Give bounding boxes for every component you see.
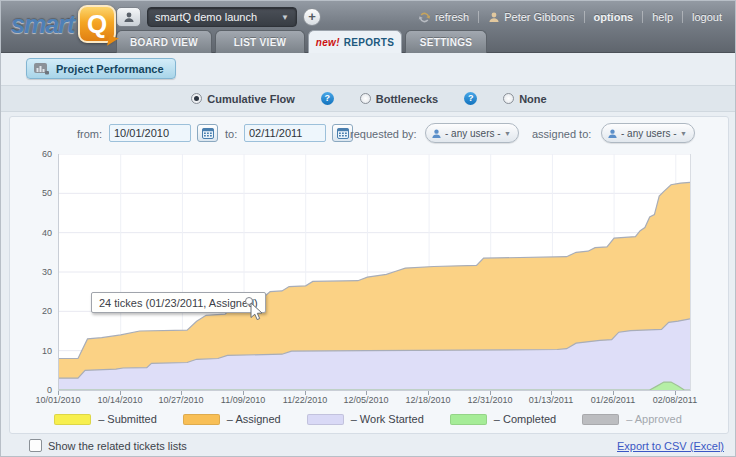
legend-item: – Approved <box>582 413 682 425</box>
chevron-down-icon: ▼ <box>281 13 289 22</box>
project-select[interactable]: smartQ demo launch ▼ <box>147 7 297 27</box>
project-switcher: smartQ demo launch ▼ + <box>116 7 321 27</box>
radio-selected-icon[interactable] <box>191 93 202 104</box>
user-links: refresh Peter Gibbons options help logou… <box>409 7 731 27</box>
calendar-icon <box>337 127 349 139</box>
mouse-cursor-icon <box>250 302 264 321</box>
new-badge: new! <box>316 37 340 48</box>
project-select-value: smartQ demo launch <box>155 11 281 23</box>
refresh-button[interactable]: refresh <box>409 11 478 24</box>
logo-text: smart <box>11 10 74 39</box>
tab-board-view[interactable]: BOARD VIEW <box>116 30 212 53</box>
help-icon-bottlenecks[interactable]: ? <box>464 92 477 105</box>
report-mode-band: Cumulative Flow ? Bottlenecks ? None <box>1 85 736 112</box>
add-project-button[interactable]: + <box>303 8 321 26</box>
legend-swatch <box>307 414 344 425</box>
x-axis-label: 01/26/2011 <box>583 395 643 405</box>
y-axis-label: 60 <box>8 149 52 159</box>
top-bar: smart Q smartQ demo launch ▼ + refresh P… <box>1 1 736 53</box>
x-axis-label: 11/09/2010 <box>213 395 273 405</box>
project-performance-button[interactable]: Project Performance <box>26 58 176 79</box>
help-icon-cumulative[interactable]: ? <box>321 92 334 105</box>
x-axis-label: 10/27/2010 <box>151 395 211 405</box>
assigned-to-value: - any users - <box>621 128 677 139</box>
export-csv-link[interactable]: Export to CSV (Excel) <box>617 440 724 452</box>
x-axis-label: 02/08/2011 <box>645 395 705 405</box>
legend-label: – Submitted <box>98 413 157 425</box>
from-calendar-button[interactable] <box>197 124 218 142</box>
smartq-app: smart Q smartQ demo launch ▼ + refresh P… <box>0 0 736 457</box>
radio-cumulative-flow[interactable]: Cumulative Flow <box>191 93 294 105</box>
tab-reports[interactable]: new! REPORTS <box>308 30 402 53</box>
legend-item: – Completed <box>450 413 556 425</box>
assigned-to-label: assigned to: <box>532 128 591 140</box>
tab-list-view[interactable]: LIST VIEW <box>215 30 305 53</box>
bar-chart-icon <box>34 62 50 75</box>
logout-link[interactable]: logout <box>682 11 731 23</box>
legend-label: – Assigned <box>227 413 281 425</box>
user-menu[interactable]: Peter Gibbons <box>478 11 583 23</box>
legend-item: – Work Started <box>307 413 424 425</box>
requested-by-value: - any users - <box>445 128 501 139</box>
options-link[interactable]: options <box>584 11 643 23</box>
y-axis-label: 40 <box>8 228 52 238</box>
x-axis-label: 12/31/2010 <box>460 395 520 405</box>
y-axis-label: 0 <box>8 385 52 395</box>
x-axis-label: 10/14/2010 <box>90 395 150 405</box>
x-axis-label: 12/18/2010 <box>398 395 458 405</box>
x-axis-label: 10/01/2010 <box>28 395 88 405</box>
person-icon <box>123 11 135 23</box>
to-date-input[interactable] <box>244 124 326 142</box>
help-link[interactable]: help <box>642 11 682 23</box>
legend-label: – Work Started <box>351 413 424 425</box>
legend-swatch <box>582 414 619 425</box>
users-icon <box>431 128 442 139</box>
project-avatar-button[interactable] <box>116 7 141 27</box>
legend-label: – Approved <box>626 413 682 425</box>
legend-swatch <box>54 414 91 425</box>
legend-item: – Assigned <box>183 413 281 425</box>
cumulative-flow-plot[interactable] <box>58 154 691 391</box>
tab-settings[interactable]: SETTINGS <box>405 30 487 53</box>
y-axis-label: 20 <box>8 306 52 316</box>
users-icon <box>607 128 618 139</box>
assigned-to-dropdown[interactable]: - any users - ▼ <box>601 123 695 143</box>
chart-tooltip: 24 tickes (01/23/2011, Assigned) <box>91 292 266 313</box>
related-tickets-checkbox[interactable] <box>29 439 42 452</box>
chevron-down-icon: ▼ <box>680 130 687 137</box>
chart-legend: – Submitted– Assigned– Work Started– Com… <box>1 413 735 425</box>
smartq-logo: smart Q <box>11 5 116 43</box>
from-label: from: <box>77 128 102 140</box>
radio-bottlenecks[interactable]: Bottlenecks <box>360 93 438 105</box>
legend-swatch <box>450 414 487 425</box>
y-axis-label: 50 <box>8 188 52 198</box>
radio-icon[interactable] <box>503 93 514 104</box>
x-axis-label: 11/22/2010 <box>275 395 335 405</box>
logo-q-icon: Q <box>78 5 116 43</box>
requested-by-dropdown[interactable]: - any users - ▼ <box>425 123 519 143</box>
refresh-icon <box>418 11 431 24</box>
to-label: to: <box>225 128 237 140</box>
x-axis-label: 01/13/2011 <box>521 395 581 405</box>
radio-icon[interactable] <box>360 93 371 104</box>
legend-label: – Completed <box>494 413 556 425</box>
user-icon <box>488 11 500 23</box>
x-axis-label: 12/05/2010 <box>336 395 396 405</box>
radio-none[interactable]: None <box>503 93 547 105</box>
y-axis-label: 30 <box>8 267 52 277</box>
legend-swatch <box>183 414 220 425</box>
from-date-input[interactable] <box>109 124 191 142</box>
legend-item: – Submitted <box>54 413 157 425</box>
y-axis-label: 10 <box>8 346 52 356</box>
chevron-down-icon: ▼ <box>504 130 511 137</box>
cumulative-flow-chart <box>59 154 690 390</box>
calendar-icon <box>202 127 214 139</box>
related-tickets-label: Show the related tickets lists <box>48 440 187 452</box>
requested-by-label: requested by: <box>350 128 417 140</box>
